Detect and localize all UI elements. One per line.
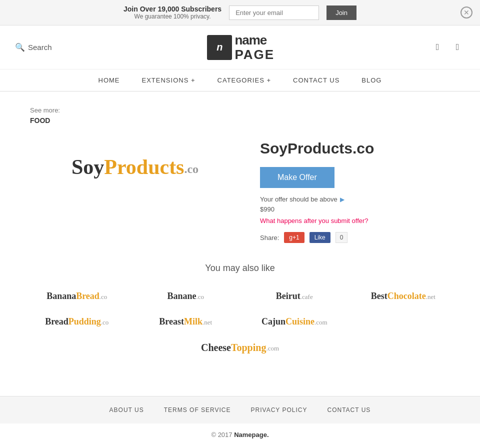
nav-home[interactable]: HOME bbox=[88, 70, 131, 91]
similar-domain-banane[interactable]: Banane.co bbox=[139, 288, 233, 304]
facebook-like-button[interactable]: Like bbox=[310, 232, 330, 243]
logo-icon: n bbox=[207, 35, 232, 60]
domain-name-part: Best bbox=[371, 291, 388, 301]
copyright-brand[interactable]: Namepage. bbox=[234, 431, 268, 438]
footer-about[interactable]: ABOUT US bbox=[110, 406, 144, 414]
social-icons:   bbox=[430, 40, 465, 55]
offer-note: Your offer should be above ▶ bbox=[260, 196, 450, 203]
domain-colored-name: Milk bbox=[184, 316, 202, 326]
domain-ext: .co bbox=[100, 293, 108, 300]
domain-ext: .net bbox=[202, 318, 212, 326]
domain-name-part: Beirut bbox=[276, 291, 300, 301]
nav-blog[interactable]: BLOG bbox=[350, 70, 392, 91]
similar-section: You may also like BananaBread.co Banane.… bbox=[30, 263, 450, 356]
close-banner-button[interactable]: ✕ bbox=[460, 6, 472, 18]
logo-letter: n bbox=[216, 42, 222, 53]
offer-note-text: Your offer should be above bbox=[260, 196, 338, 203]
top-banner: Join Over 19,000 Subscribers We guarante… bbox=[0, 0, 480, 26]
domain-logo-area: SoyProducts.co bbox=[30, 135, 240, 199]
domain-logo-image: SoyProducts.co bbox=[72, 155, 198, 179]
similar-domain-breastmilk[interactable]: BreastMilk.net bbox=[139, 314, 233, 330]
nav-extensions[interactable]: EXTENSIONS + bbox=[131, 70, 206, 91]
domain-colored-name: Bread bbox=[76, 291, 100, 301]
domain-info: SoyProducts.co Make Offer Your offer sho… bbox=[260, 135, 450, 243]
footer-terms[interactable]: TERMS OF SERVICE bbox=[164, 406, 231, 414]
domain-ext: .com bbox=[266, 345, 279, 352]
similar-domain-cajuncuisine[interactable]: CajunCuisine.com bbox=[248, 314, 342, 330]
domain-name-part: Cheese bbox=[201, 342, 231, 353]
offer-arrow-icon: ▶ bbox=[340, 196, 344, 203]
domain-ext: .co bbox=[101, 318, 109, 326]
banner-subtitle: We guarantee 100% privacy. bbox=[124, 13, 222, 20]
domain-ext: .cafe bbox=[300, 293, 313, 300]
domain-name-part: Banana bbox=[46, 291, 76, 301]
share-label: Share: bbox=[260, 234, 279, 242]
google-plus-button[interactable]: g+1 bbox=[284, 232, 304, 243]
logo-container: n name PAGE bbox=[207, 33, 274, 62]
domain-colored-name: Cuisine bbox=[286, 316, 314, 326]
join-button[interactable]: Join bbox=[326, 6, 356, 20]
logo[interactable]: n name PAGE bbox=[207, 33, 274, 62]
gplus-label: g+1 bbox=[289, 234, 299, 241]
similar-domains-grid: BananaBread.co Banane.co Beirut.cafe Bes… bbox=[30, 288, 450, 330]
nav-categories[interactable]: CATEGORIES + bbox=[206, 70, 282, 91]
similar-domain-bananabread[interactable]: BananaBread.co bbox=[30, 288, 124, 304]
banner-text: Join Over 19,000 Subscribers We guarante… bbox=[124, 5, 222, 20]
logo-text: name PAGE bbox=[234, 33, 274, 62]
banner-title: Join Over 19,000 Subscribers bbox=[124, 5, 222, 13]
main-content: See more: FOOD SoyProducts.co SoyProduct… bbox=[0, 92, 480, 381]
domain-showcase: SoyProducts.co SoyProducts.co Make Offer… bbox=[30, 135, 450, 243]
see-more: See more: FOOD bbox=[30, 106, 450, 125]
like-count: 0 bbox=[336, 232, 348, 243]
footer-contact[interactable]: CONTACT US bbox=[327, 406, 370, 414]
what-happens-link[interactable]: What happens after you submit offer? bbox=[260, 217, 450, 224]
logo-name: name bbox=[234, 33, 274, 48]
footer: ABOUT US TERMS OF SERVICE PRIVACY POLICY… bbox=[0, 396, 480, 424]
search-area[interactable]: 🔍 Search bbox=[15, 42, 52, 52]
domain-name-part: Banane bbox=[167, 291, 196, 301]
similar-domains-row3: CheeseTopping.com bbox=[30, 340, 450, 356]
domain-colored-name: Chocolate bbox=[388, 291, 426, 301]
similar-domain-breadpudding[interactable]: BreadPudding.co bbox=[30, 314, 124, 330]
domain-colored-name: Topping bbox=[231, 342, 266, 353]
make-offer-button[interactable]: Make Offer bbox=[260, 167, 334, 188]
footer-privacy[interactable]: PRIVACY POLICY bbox=[251, 406, 308, 414]
domain-colored-name: Pudding bbox=[68, 316, 101, 326]
copyright-year: © 2017 bbox=[211, 431, 232, 438]
similar-domain-bestchocolate[interactable]: BestChocolate.net bbox=[356, 288, 450, 304]
header: 🔍 Search n name PAGE   bbox=[0, 26, 480, 70]
domain-name-part: Cajun bbox=[262, 316, 286, 326]
see-more-label: See more: bbox=[30, 106, 450, 114]
similar-domain-cheesetopping[interactable]: CheeseTopping.com bbox=[198, 340, 282, 356]
domain-plain-part: Soy bbox=[72, 156, 104, 178]
domain-colored-part: Products bbox=[104, 156, 184, 178]
similar-domain-beirut[interactable]: Beirut.cafe bbox=[248, 288, 342, 304]
domain-ext: .net bbox=[426, 293, 436, 300]
logo-page: PAGE bbox=[234, 48, 274, 62]
share-row: Share: g+1 Like 0 bbox=[260, 232, 450, 243]
facebook-icon[interactable]:  bbox=[430, 40, 445, 55]
similar-title: You may also like bbox=[30, 263, 450, 274]
offer-amount: $990 bbox=[260, 206, 450, 213]
domain-ext: .com bbox=[314, 318, 328, 326]
domain-name-part: Breast bbox=[159, 316, 184, 326]
fb-like-label: Like bbox=[314, 234, 326, 241]
main-nav: HOME EXTENSIONS + CATEGORIES + CONTACT U… bbox=[0, 70, 480, 92]
copyright: © 2017 Namepage. bbox=[0, 424, 480, 446]
see-more-link[interactable]: FOOD bbox=[30, 116, 50, 124]
domain-tld: .co bbox=[184, 162, 198, 176]
domain-ext: .co bbox=[196, 293, 204, 300]
domain-name-part: Bread bbox=[45, 316, 68, 326]
search-icon: 🔍 bbox=[15, 42, 25, 52]
twitter-icon[interactable]:  bbox=[450, 40, 465, 55]
nav-contact[interactable]: CONTACT US bbox=[282, 70, 350, 91]
domain-title: SoyProducts.co bbox=[260, 140, 450, 157]
email-input[interactable] bbox=[229, 6, 319, 20]
search-label: Search bbox=[28, 43, 52, 52]
